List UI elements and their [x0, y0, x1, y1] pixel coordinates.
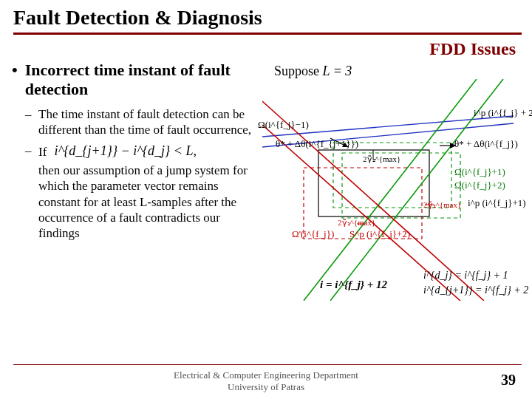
content-area: • Incorrect time instant of fault detect…: [0, 61, 532, 301]
section-subheading: FDD Issues: [0, 35, 532, 61]
main-bullet-text: Incorrect time instant of fault detectio…: [25, 61, 261, 99]
sub-bullet-list: – The time instant of fault detection ca…: [9, 99, 261, 241]
lbl-omega-p2: Ω(i^{f_j}+2): [454, 180, 505, 191]
footer-line-1: Electrical & Computer Engineering Depart…: [0, 369, 532, 381]
sub-bullet-2: – If i^{d_{j+1}} − i^{d_j} < L, then our…: [38, 143, 261, 242]
sub-bullet-2-rest: then our assumption of a jump system for…: [38, 163, 248, 240]
lbl-theta-right: θ* + Δθ(i^{f_j}): [454, 138, 518, 150]
diagram: Ω(i^{f_j}−1) θ* + Δθ(i^{f_{j+1}}) θ* + Δ…: [262, 79, 514, 301]
lbl-ip-top: i^p (i^{f_j} + 2): [474, 107, 532, 119]
lbl-sp: S^p (i^{f_j}+2): [349, 228, 410, 240]
right-column: Suppose L = 3: [265, 61, 522, 301]
footer-line-2: University of Patras: [0, 381, 532, 393]
slide-title: Fault Detection & Diagnosis: [0, 0, 532, 33]
bullet-dot-icon: •: [9, 61, 25, 78]
lbl-z2max: 2γ̃₂^{max}: [363, 154, 400, 164]
svg-line-6: [304, 79, 477, 301]
lbl-theta-left: θ* + Δθ(i^{f_{j+1}}): [276, 138, 358, 150]
suppose-math: L = 3: [323, 64, 352, 78]
lbl-omega-f: Ω'(i^{f_j}): [292, 228, 334, 240]
lbl-bottom-i3: i^{d_{j+1}} = i^{f_j} + 2: [423, 284, 528, 296]
lbl-ip-r1: i^p (i^{f_j}+1): [468, 197, 526, 209]
lbl-omega-p1: Ω(i^{f_j}+1): [454, 166, 505, 178]
dash-icon: –: [25, 106, 32, 122]
suppose-prefix: Suppose: [274, 64, 319, 78]
main-bullet: • Incorrect time instant of fault detect…: [9, 61, 261, 99]
sub-bullet-2-math: i^{d_{j+1}} − i^{d_j} < L,: [50, 143, 197, 158]
page-number: 39: [501, 372, 516, 389]
svg-rect-1: [333, 143, 451, 208]
lbl-z1max-l: 2γ̃₁^{max}: [338, 218, 375, 228]
lbl-omega-left: Ω(i^{f_j}−1): [258, 119, 309, 131]
dash-icon: –: [25, 143, 32, 158]
sub-bullet-1-text: The time instant of fault detection can …: [38, 107, 251, 137]
lbl-bottom-i2: i^{d_j} = i^{f_j} + 1: [423, 270, 508, 282]
suppose-line: Suppose L = 3: [265, 64, 522, 79]
left-column: • Incorrect time instant of fault detect…: [9, 61, 265, 301]
lbl-bottom-i1: i = i^{f_j} + 12: [320, 279, 387, 291]
sub-bullet-2-if: If: [38, 144, 47, 160]
lbl-z1max-r: 2γ̃₁^{max}: [423, 200, 461, 210]
footer: Electrical & Computer Engineering Depart…: [0, 369, 532, 394]
footer-rule: [13, 364, 522, 365]
sub-bullet-1: – The time instant of fault detection ca…: [38, 106, 261, 138]
